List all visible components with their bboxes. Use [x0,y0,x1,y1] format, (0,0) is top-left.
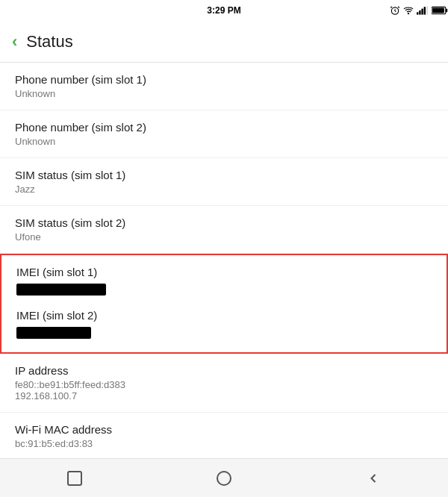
battery-icon [432,6,448,15]
wifi-mac-value: bc:91:b5:ed:d3:83 [15,438,433,449]
ip-address-item[interactable]: IP address fe80::be91:b5ff:feed:d383192.… [0,354,448,413]
svg-rect-3 [419,10,420,15]
status-bar-icons [390,5,448,16]
sim-status-sim2-value: Ufone [15,231,433,243]
sim-status-sim1-label: SIM status (sim slot 1) [15,169,433,181]
imei-sim2-label: IMEI (sim slot 2) [16,309,432,322]
nav-home-button[interactable] [205,465,243,492]
svg-rect-5 [424,7,426,14]
status-bar: 3:29 PM [0,0,448,21]
wifi-mac-item[interactable]: Wi-Fi MAC address bc:91:b5:ed:d3:83 [0,413,448,458]
imei-sim1-redacted [16,284,106,296]
sim-status-sim1-item[interactable]: SIM status (sim slot 1) Jazz [0,158,448,206]
svg-rect-6 [426,6,428,14]
back-button[interactable]: ‹ [12,32,17,51]
page-title: Status [26,32,72,51]
imei-sim1-item[interactable]: IMEI (sim slot 1) [16,266,432,298]
status-bar-time: 3:29 PM [207,5,240,16]
back-icon [366,471,381,486]
phone-number-sim2-value: Unknown [15,136,433,147]
nav-recents-button[interactable] [56,465,93,492]
phone-number-sim1-value: Unknown [15,88,433,99]
navigation-bar [0,458,448,497]
phone-number-sim1-label: Phone number (sim slot 1) [15,73,433,86]
signal-icon [417,5,429,16]
imei-highlighted-section: IMEI (sim slot 1) IMEI (sim slot 2) [0,254,448,354]
wifi-icon [403,5,414,16]
svg-rect-2 [417,12,418,14]
imei-sim1-label: IMEI (sim slot 1) [16,266,432,278]
phone-number-sim2-item[interactable]: Phone number (sim slot 2) Unknown [0,110,448,158]
settings-content: Phone number (sim slot 1) Unknown Phone … [0,63,448,458]
recents-icon [67,471,82,486]
imei-sim2-item[interactable]: IMEI (sim slot 2) [16,309,432,342]
sim-status-sim1-value: Jazz [15,184,433,195]
ip-address-label: IP address [15,364,433,377]
home-icon [217,471,231,486]
svg-rect-8 [446,9,447,13]
alarm-icon [390,5,400,16]
sim-status-sim2-label: SIM status (sim slot 2) [15,216,433,229]
header: ‹ Status [0,21,448,63]
phone-number-sim2-label: Phone number (sim slot 2) [15,121,433,134]
svg-rect-9 [432,7,444,13]
svg-rect-4 [421,9,423,15]
nav-back-button[interactable] [355,465,392,492]
svg-point-1 [408,13,408,14]
wifi-mac-label: Wi-Fi MAC address [15,423,433,436]
sim-status-sim2-item[interactable]: SIM status (sim slot 2) Ufone [0,206,448,254]
ip-address-value: fe80::be91:b5ff:feed:d383192.168.100.7 [15,379,433,401]
phone-number-sim1-item[interactable]: Phone number (sim slot 1) Unknown [0,63,448,110]
imei-sim2-redacted [16,327,91,339]
